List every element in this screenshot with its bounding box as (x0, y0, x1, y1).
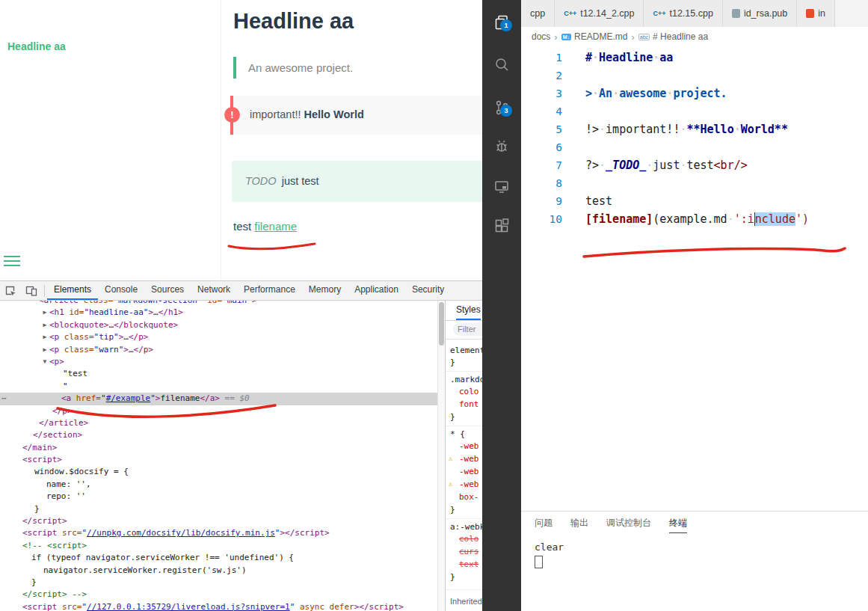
editor-line[interactable]: 10[filename](example.md·':include') (521, 210, 868, 228)
editor-tab-id_rsa.pub[interactable]: id_rsa.pub (723, 0, 797, 27)
dom-tree-line[interactable]: ▶<p class="tip">…</p> (0, 331, 437, 343)
device-toolbar-icon[interactable] (21, 282, 42, 300)
devtools-tab-elements[interactable]: Elements (47, 281, 98, 300)
line-number: 5 (521, 120, 562, 138)
editor-line[interactable]: 7?>·_TODO_·just·test<br/> (521, 156, 868, 174)
breadcrumb: docs›M↓README.md›abc# Headline aa (521, 27, 868, 46)
editor-line[interactable]: 5!>·important!!·**Hello·World** (521, 120, 868, 138)
editor-line[interactable]: 9test (521, 192, 868, 210)
md-icon: M↓ (561, 34, 571, 40)
dom-tree-line[interactable]: "test (0, 368, 437, 380)
devtools-scrollbar[interactable] (437, 301, 445, 611)
terminal-command: clear (535, 541, 564, 553)
devtools-tab-performance[interactable]: Performance (237, 281, 302, 298)
expand-arrow-icon[interactable]: ▶ (40, 319, 49, 331)
important-callout: ! important!! Hello World (230, 96, 523, 135)
dom-tree-line[interactable]: </script> --> (0, 589, 437, 601)
bottom-panel: 问题输出调试控制台终端 clear (521, 511, 868, 611)
breadcrumb-item[interactable]: # Headline aa (653, 31, 708, 42)
panel-tab[interactable]: 问题 (535, 517, 552, 533)
editor-tab-in[interactable]: in (797, 0, 835, 27)
breadcrumb-item[interactable]: README.md (574, 31, 627, 42)
dom-tree-line[interactable]: window.$docsify = { (0, 466, 437, 478)
overflow-menu-icon[interactable]: ⋯ (1, 393, 7, 405)
dom-tree-line[interactable]: } (0, 577, 437, 589)
expand-arrow-icon[interactable]: ▶ (40, 307, 49, 319)
dom-tree-line[interactable]: if (typeof navigator.serviceWorker !== '… (0, 552, 437, 564)
tab-styles[interactable]: Styles (456, 301, 481, 320)
editor-line[interactable]: 1#·Headline·aa (521, 49, 868, 67)
todo-text: TODO just test (245, 175, 319, 187)
devtools-tab-security[interactable]: Security (405, 281, 451, 298)
terminal[interactable]: clear (535, 541, 564, 568)
dom-tree-line[interactable]: repo: '' (0, 491, 437, 503)
editor-line[interactable]: 6 (521, 138, 868, 156)
vscode-window: 1 3 cppC++t12.14_2.cppC++t12.15.cppid_rs… (482, 0, 868, 611)
red-file-icon (806, 9, 814, 18)
dom-tree-line[interactable]: <script> (0, 454, 437, 466)
scrollbar-thumb[interactable] (439, 302, 444, 346)
editor-line[interactable]: 2 (521, 67, 868, 85)
editor-line[interactable]: 4 (521, 102, 868, 120)
devtools-tab-application[interactable]: Application (348, 281, 405, 298)
line-number: 1 (521, 49, 562, 67)
line-number: 10 (521, 210, 562, 228)
line-number: 2 (521, 67, 562, 85)
warning-icon: ⚠ (449, 478, 452, 491)
line-number: 6 (521, 138, 562, 156)
explorer-badge: 1 (500, 19, 512, 31)
debug-icon[interactable] (482, 129, 521, 165)
dom-tree-line[interactable]: <article class="markdown-section" id="ma… (0, 301, 437, 307)
dom-tree-line[interactable]: navigator.serviceWorker.register('sw.js'… (0, 565, 437, 577)
devtools-tab-memory[interactable]: Memory (302, 281, 348, 298)
line-number: 7 (521, 156, 562, 174)
dom-tree-line[interactable]: " (0, 381, 437, 393)
expand-arrow-icon[interactable]: ▼ (40, 356, 49, 368)
panel-tab[interactable]: 输出 (570, 517, 588, 533)
dom-tree-line[interactable]: </script> (0, 515, 437, 527)
dom-tree-line[interactable]: ▼<p> (0, 356, 437, 368)
panel-tab[interactable]: 终端 (669, 517, 687, 533)
dom-tree-line[interactable]: </main> (0, 442, 437, 454)
extensions-icon[interactable] (482, 208, 521, 244)
scm-badge: 3 (500, 105, 512, 117)
dom-tree-line[interactable]: </article> (0, 417, 437, 429)
devtools-panel: ElementsConsoleSourcesNetworkPerformance… (0, 280, 523, 611)
devtools-tab-sources[interactable]: Sources (144, 281, 191, 298)
dom-tree-line[interactable]: </section> (0, 429, 437, 441)
devtools-tab-console[interactable]: Console (98, 281, 144, 298)
chevron-right-icon: › (631, 31, 634, 43)
filter-placeholder: Filter (458, 325, 475, 334)
panel-tab[interactable]: 调试控制台 (606, 517, 651, 533)
line-number: 3 (521, 85, 562, 102)
devtools-tab-network[interactable]: Network (191, 281, 237, 298)
sidebar-item-headline[interactable]: Headline aa (7, 40, 66, 52)
dom-tree-line[interactable]: ▶<p class="warn">…</p> (0, 344, 437, 356)
blockquote: An awesome project. (233, 57, 353, 79)
editor-tab-t12.15.cpp[interactable]: C++t12.15.cpp (644, 0, 722, 27)
line-number: 8 (521, 174, 562, 192)
editor-tab-cpp[interactable]: cpp (521, 0, 555, 27)
remote-explorer-icon[interactable] (482, 169, 521, 205)
dom-tree-line[interactable]: } (0, 503, 437, 515)
breadcrumb-item[interactable]: docs (532, 31, 550, 42)
dom-tree-line[interactable]: ⋯<a href="#/example">filename</a> == $0 (0, 393, 437, 405)
dom-tree-line[interactable]: <script src="//127.0.0.1:35729/livereloa… (0, 601, 437, 611)
dom-tree-line[interactable]: name: '', (0, 479, 437, 491)
filename-link[interactable]: filename (254, 220, 297, 233)
expand-arrow-icon[interactable]: ▶ (40, 331, 49, 343)
editor-line[interactable]: 8 (521, 174, 868, 192)
expand-arrow-icon[interactable]: ▶ (40, 344, 49, 356)
sidebar-toggle-button[interactable] (4, 256, 20, 269)
chevron-right-icon: › (554, 31, 557, 43)
editor-line[interactable]: 3>·An·awesome·project. (521, 85, 868, 102)
dom-tree-line[interactable]: ▶<blockquote>…</blockquote> (0, 319, 437, 331)
dom-tree-line[interactable]: <!-- <script> (0, 540, 437, 552)
devtools-tab-bar: ElementsConsoleSourcesNetworkPerformance… (47, 281, 451, 300)
search-icon[interactable] (482, 46, 521, 82)
inspect-element-icon[interactable] (0, 282, 21, 300)
dom-tree-line[interactable]: <script src="//unpkg.com/docsify/lib/doc… (0, 527, 437, 539)
dom-tree-line[interactable]: ▶<h1 id="headline-aa">…</h1> (0, 307, 437, 319)
editor-tab-t12.14_2.cpp[interactable]: C++t12.14_2.cpp (555, 0, 644, 27)
dom-tree-line[interactable]: </p> (0, 405, 437, 417)
